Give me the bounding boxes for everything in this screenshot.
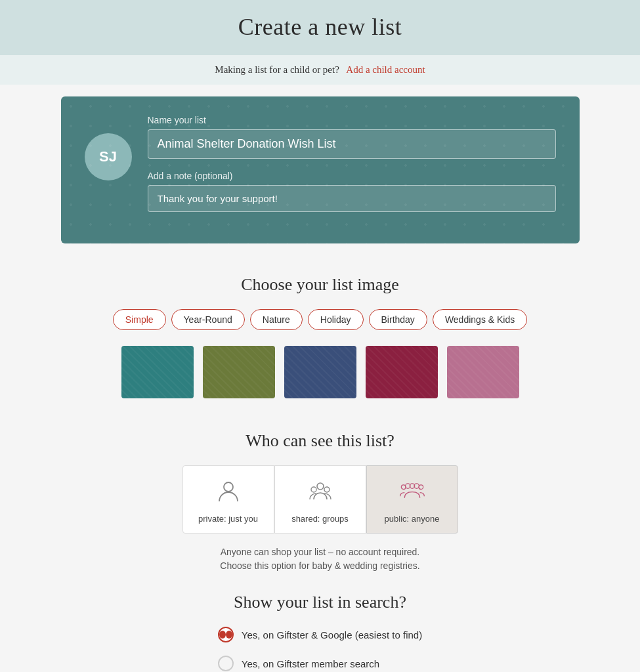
radio-giftster-only[interactable] xyxy=(218,656,234,671)
radio-group: Yes, on Giftster & Google (easiest to fi… xyxy=(218,627,422,672)
swatch-navy[interactable] xyxy=(284,346,356,398)
list-name-input[interactable] xyxy=(148,129,556,159)
privacy-public[interactable]: public: anyone xyxy=(366,465,458,534)
shared-icon xyxy=(282,478,359,509)
privacy-shared[interactable]: shared: groups xyxy=(274,465,366,534)
tab-holiday[interactable]: Holiday xyxy=(308,309,364,330)
svg-point-8 xyxy=(419,485,423,490)
name-label: Name your list xyxy=(148,115,556,125)
avatar: SJ xyxy=(85,133,132,180)
svg-point-4 xyxy=(401,485,406,490)
image-swatches xyxy=(0,346,640,398)
shared-label: shared: groups xyxy=(282,514,359,524)
notice-text: Making a list for a child or pet? xyxy=(215,64,339,75)
notice-bar: Making a list for a child or pet? Add a … xyxy=(0,55,640,85)
svg-point-1 xyxy=(317,483,324,490)
page-title: Create a new list xyxy=(0,13,640,41)
image-section-title: Choose your list image xyxy=(0,275,640,295)
private-label: private: just you xyxy=(190,514,267,524)
privacy-desc-line1: Anyone can shop your list – no account r… xyxy=(0,545,640,559)
tab-simple[interactable]: Simple xyxy=(113,309,166,330)
privacy-section-title: Who can see this list? xyxy=(0,431,640,451)
swatch-crimson[interactable] xyxy=(366,346,438,398)
svg-point-2 xyxy=(311,487,316,492)
search-option-giftster-only[interactable]: Yes, on Giftster member search xyxy=(218,656,422,671)
privacy-description: Anyone can shop your list – no account r… xyxy=(0,545,640,573)
radio-giftster-google[interactable] xyxy=(218,627,234,642)
page-header: Create a new list xyxy=(0,0,640,55)
tab-year-round[interactable]: Year-Round xyxy=(171,309,245,330)
search-option-giftster-google-label: Yes, on Giftster & Google (easiest to fi… xyxy=(242,629,422,640)
swatch-olive[interactable] xyxy=(203,346,275,398)
privacy-options: private: just you shared: groups xyxy=(0,465,640,534)
search-option-giftster-google[interactable]: Yes, on Giftster & Google (easiest to fi… xyxy=(218,627,422,642)
search-section-title: Show your list in search? xyxy=(0,593,640,612)
svg-point-0 xyxy=(224,482,233,492)
private-icon xyxy=(190,478,267,509)
tab-weddings-kids[interactable]: Weddings & Kids xyxy=(433,309,527,330)
swatch-pink[interactable] xyxy=(447,346,519,398)
main-content: Choose your list image Simple Year-Round… xyxy=(0,255,640,672)
add-child-link[interactable]: Add a child account xyxy=(346,64,425,75)
tab-birthday[interactable]: Birthday xyxy=(369,309,427,330)
tab-nature[interactable]: Nature xyxy=(250,309,303,330)
note-input[interactable] xyxy=(148,185,556,212)
privacy-private[interactable]: private: just you xyxy=(182,465,274,534)
privacy-section: Who can see this list? private: just you xyxy=(0,418,640,579)
svg-point-3 xyxy=(324,487,330,492)
note-label: Add a note (optional) xyxy=(148,171,556,181)
public-icon xyxy=(373,478,451,509)
form-card: SJ Name your list Add a note (optional) xyxy=(61,96,580,243)
image-section: Choose your list image Simple Year-Round… xyxy=(0,262,640,418)
image-tabs: Simple Year-Round Nature Holiday Birthda… xyxy=(0,309,640,330)
swatch-teal[interactable] xyxy=(121,346,194,398)
form-fields: Name your list Add a note (optional) xyxy=(148,115,556,224)
privacy-desc-line2: Choose this option for baby & wedding re… xyxy=(0,559,640,573)
search-section: Show your list in search? Yes, on Giftst… xyxy=(0,579,640,672)
search-option-giftster-only-label: Yes, on Giftster member search xyxy=(242,658,379,669)
public-label: public: anyone xyxy=(373,514,451,524)
